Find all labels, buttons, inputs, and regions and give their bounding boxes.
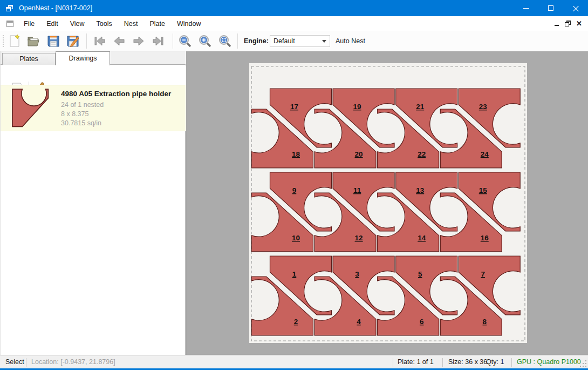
menu-item-edit[interactable]: Edit <box>40 17 64 30</box>
part-number-label: 9 <box>292 186 297 194</box>
part-number-label: 19 <box>353 103 361 111</box>
zoom-out-icon[interactable] <box>178 34 192 48</box>
toolbar-separator <box>173 33 173 49</box>
part-number-label: 17 <box>290 103 298 111</box>
close-button[interactable] <box>563 0 588 16</box>
auto-nest-button[interactable]: Auto Nest <box>336 37 365 45</box>
menu-item-window[interactable]: Window <box>171 17 207 30</box>
part-number-label: 12 <box>355 234 363 242</box>
engine-combobox[interactable]: Default <box>270 35 330 47</box>
child-restore-icon <box>565 21 571 26</box>
drawing-nested-count: 24 of 1 nested <box>61 100 171 110</box>
main-toolbar: Engine: Default Auto Nest <box>0 31 588 51</box>
drawing-title: 4980 A05 Extraction pipe holder <box>61 90 171 98</box>
minimize-button[interactable] <box>514 0 538 16</box>
drawing-area: 30.7815 sq/in <box>61 119 171 128</box>
minimize-icon <box>523 8 529 9</box>
status-qty: Qty: 1 <box>486 358 504 366</box>
menu-bar: File Edit View Tools Nest Plate Window ✕ <box>0 16 588 31</box>
drawing-dimensions: 8 x 8.375 <box>61 110 171 119</box>
sidebar-tabstrip: Plates Drawings <box>1 51 186 65</box>
window-title: OpenNest - [N0317-002] <box>19 4 92 12</box>
tab-drawings[interactable]: Drawings <box>56 51 110 65</box>
drawing-thumbnail <box>10 88 54 130</box>
part-number-label: 6 <box>420 318 424 326</box>
part-number-label: 21 <box>416 103 425 111</box>
zoom-in-icon[interactable] <box>198 34 212 48</box>
child-close-button[interactable]: ✕ <box>573 18 585 29</box>
toolbar-separator <box>237 33 238 49</box>
part-number-label: 10 <box>292 234 300 242</box>
go-next-icon[interactable] <box>132 34 146 48</box>
part-number-label: 18 <box>292 150 300 158</box>
part-number-label: 22 <box>418 150 426 158</box>
close-icon <box>573 5 579 11</box>
save-icon[interactable] <box>46 34 60 48</box>
part-number-label: 4 <box>357 318 361 326</box>
save-as-icon[interactable] <box>66 34 80 48</box>
go-last-icon[interactable] <box>151 34 165 48</box>
chevron-down-icon <box>322 40 326 43</box>
child-restore-button[interactable] <box>562 18 573 29</box>
title-bar: OpenNest - [N0317-002] <box>0 0 588 16</box>
part-number-label: 23 <box>479 103 488 111</box>
part-number-label: 16 <box>481 234 489 242</box>
part-number-label: 3 <box>355 270 359 278</box>
part-number-label: 7 <box>481 270 486 278</box>
part-number-label: 20 <box>355 150 363 158</box>
toolbar-grip[interactable] <box>3 35 4 47</box>
nesting-canvas[interactable]: 171819202122232491011121314151612345678 <box>186 51 588 355</box>
status-bar: Select Location: [-0.9437, 21.8796] Plat… <box>0 355 588 368</box>
part-number-label: 1 <box>292 270 297 278</box>
document-window-icon[interactable] <box>6 21 13 27</box>
menu-item-tools[interactable]: Tools <box>91 17 118 30</box>
maximize-icon <box>548 5 553 11</box>
part-number-label: 24 <box>481 150 489 158</box>
drawings-toolbar <box>1 65 186 85</box>
statusbar-separator <box>393 358 393 367</box>
maximize-button[interactable] <box>538 0 563 16</box>
child-minimize-icon <box>555 25 559 26</box>
status-plate: Plate: 1 of 1 <box>398 358 434 366</box>
part-number-label: 5 <box>418 270 422 278</box>
engine-label: Engine: <box>244 37 269 45</box>
drawing-list-item[interactable]: 4980 A05 Extraction pipe holder 24 of 1 … <box>1 85 186 131</box>
statusbar-separator <box>26 358 26 367</box>
status-gpu: GPU : Quadro P1000 <box>517 358 581 366</box>
part-number-label: 15 <box>479 186 488 194</box>
status-location: Location: [-0.9437, 21.8796] <box>31 358 115 366</box>
toolbar-separator <box>86 33 87 49</box>
open-folder-icon[interactable] <box>27 34 41 48</box>
part-number-label: 2 <box>294 318 298 326</box>
part-number-label: 14 <box>418 234 426 242</box>
menu-item-file[interactable]: File <box>18 17 40 30</box>
statusbar-separator <box>482 358 482 367</box>
tab-plates[interactable]: Plates <box>2 53 56 65</box>
application-window: OpenNest - [N0317-002] File Edit View To… <box>0 0 588 370</box>
go-previous-icon[interactable] <box>112 34 126 48</box>
app-icon <box>6 5 13 12</box>
zoom-fit-icon[interactable] <box>218 34 232 48</box>
child-minimize-button[interactable] <box>551 18 562 29</box>
part-number-label: 8 <box>483 318 487 326</box>
menu-item-view[interactable]: View <box>64 17 91 30</box>
go-first-icon[interactable] <box>93 34 107 48</box>
child-close-icon: ✕ <box>576 20 582 27</box>
sidebar-panel: Plates Drawings 4980 A05 Extraction <box>0 51 186 355</box>
new-document-icon[interactable] <box>8 34 22 48</box>
part-number-label: 13 <box>416 186 425 194</box>
resize-grip[interactable] <box>579 360 586 367</box>
statusbar-separator <box>511 358 512 367</box>
statusbar-separator <box>442 358 443 367</box>
engine-selected-value: Default <box>274 37 322 45</box>
menu-item-plate[interactable]: Plate <box>143 17 171 30</box>
part-number-label: 11 <box>353 186 361 194</box>
status-mode: Select <box>5 358 24 366</box>
menu-item-nest[interactable]: Nest <box>118 17 144 30</box>
